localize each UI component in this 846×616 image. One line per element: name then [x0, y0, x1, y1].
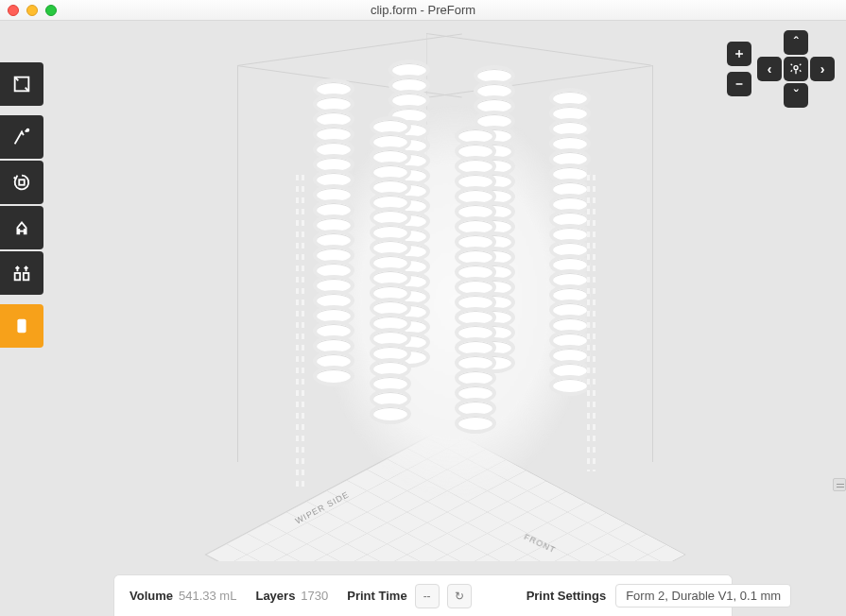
svg-point-6: [794, 66, 798, 70]
view-navigation: ＋ － ˆ ˇ ‹ ›: [727, 30, 835, 108]
layers-value: 1730: [301, 589, 328, 603]
print-time-label: Print Time: [347, 589, 406, 603]
layer-slider-handle[interactable]: [833, 478, 846, 491]
orbit-reset-button[interactable]: [784, 57, 808, 81]
zoom-in-button[interactable]: ＋: [727, 42, 751, 66]
print-button[interactable]: [0, 304, 43, 348]
print-settings-readout: Print Settings Form 2, Durable V1, 0.1 m…: [527, 584, 792, 607]
volume-value: 541.33 mL: [179, 589, 236, 603]
volume-label: Volume: [129, 589, 173, 603]
titlebar: clip.form - PreForm: [0, 0, 846, 21]
print-time-value-button[interactable]: --: [415, 584, 440, 608]
orbit-left-button[interactable]: ‹: [757, 57, 782, 81]
print-settings-button[interactable]: Form 2, Durable V1, 0.1 mm: [615, 584, 791, 607]
layers-label: Layers: [255, 589, 295, 603]
svg-point-1: [27, 129, 29, 131]
orientation-button[interactable]: [0, 161, 43, 204]
svg-rect-2: [19, 180, 25, 185]
orbit-down-button[interactable]: ˇ: [784, 83, 808, 108]
orbit-dpad: ˆ ˇ ‹ ›: [757, 30, 835, 108]
svg-rect-3: [15, 273, 21, 280]
one-click-print-button[interactable]: [0, 115, 43, 159]
view-size-button[interactable]: [0, 62, 43, 106]
supports-button[interactable]: [0, 206, 43, 249]
layers-readout: Layers 1730: [255, 589, 328, 603]
print-settings-label: Print Settings: [527, 589, 607, 603]
svg-rect-5: [17, 319, 26, 334]
volume-readout: Volume 541.33 mL: [129, 589, 236, 603]
zoom-out-button[interactable]: －: [727, 72, 751, 96]
window-title: clip.form - PreForm: [0, 3, 846, 17]
orbit-up-button[interactable]: ˆ: [784, 30, 808, 55]
orbit-right-button[interactable]: ›: [810, 57, 835, 81]
viewport-3d[interactable]: FRONT WIPER SIDE: [43, 21, 846, 561]
recalculate-time-button[interactable]: ↻: [447, 584, 472, 608]
left-toolbar: [0, 62, 43, 350]
print-time-readout: Print Time -- ↻: [347, 584, 471, 608]
svg-rect-4: [24, 273, 29, 280]
status-bar: Volume 541.33 mL Layers 1730 Print Time …: [113, 574, 733, 616]
layout-button[interactable]: [0, 251, 43, 295]
